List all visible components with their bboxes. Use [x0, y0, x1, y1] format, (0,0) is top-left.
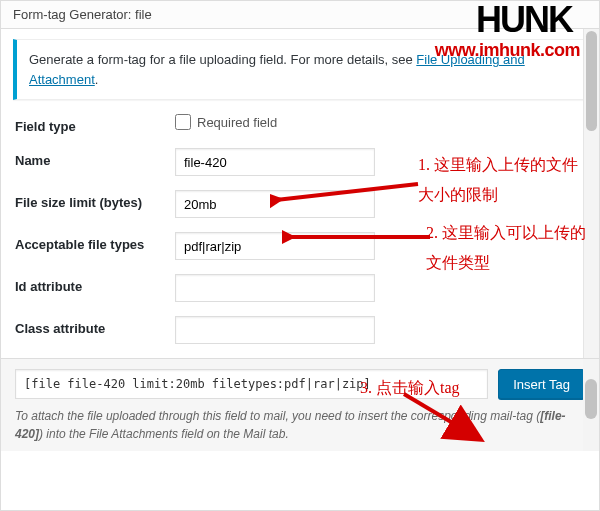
- code-row: Insert Tag: [15, 369, 585, 399]
- filetypes-input[interactable]: [175, 232, 375, 260]
- modal-scrollbar[interactable]: [583, 29, 599, 412]
- row-name: Name: [15, 148, 585, 176]
- info-text-suffix: .: [95, 72, 99, 87]
- filetypes-label: Acceptable file types: [15, 232, 175, 252]
- name-label: Name: [15, 148, 175, 168]
- row-filesize: File size limit (bytes): [15, 190, 585, 218]
- required-checkbox[interactable]: [175, 114, 191, 130]
- footer-note-prefix: To attach the file uploaded through this…: [15, 409, 540, 423]
- form-fields: Field type Required field Name File size…: [1, 114, 599, 344]
- generated-tag-input[interactable]: [15, 369, 488, 399]
- required-field-option[interactable]: Required field: [175, 114, 277, 130]
- row-id: Id attribute: [15, 274, 585, 302]
- field-type-label: Field type: [15, 114, 175, 134]
- footer-note: To attach the file uploaded through this…: [15, 407, 585, 443]
- row-field-type: Field type Required field: [15, 114, 585, 134]
- info-notice: Generate a form-tag for a file uploading…: [13, 39, 587, 100]
- class-input[interactable]: [175, 316, 375, 344]
- info-text-prefix: Generate a form-tag for a file uploading…: [29, 52, 416, 67]
- name-input[interactable]: [175, 148, 375, 176]
- form-tag-generator-modal: Form-tag Generator: file Generate a form…: [0, 0, 600, 511]
- modal-title: Form-tag Generator: file: [1, 1, 599, 29]
- footer-scrollbar[interactable]: [583, 359, 599, 451]
- filesize-label: File size limit (bytes): [15, 190, 175, 210]
- row-filetypes: Acceptable file types: [15, 232, 585, 260]
- id-label: Id attribute: [15, 274, 175, 294]
- id-input[interactable]: [175, 274, 375, 302]
- scrollbar-thumb[interactable]: [586, 31, 597, 131]
- footer-scrollbar-thumb[interactable]: [585, 379, 597, 419]
- filesize-input[interactable]: [175, 190, 375, 218]
- class-label: Class attribute: [15, 316, 175, 336]
- row-class: Class attribute: [15, 316, 585, 344]
- insert-tag-button[interactable]: Insert Tag: [498, 369, 585, 399]
- footer-note-suffix: ) into the File Attachments field on the…: [39, 427, 289, 441]
- modal-footer: Insert Tag To attach the file uploaded t…: [1, 358, 599, 451]
- required-label: Required field: [197, 115, 277, 130]
